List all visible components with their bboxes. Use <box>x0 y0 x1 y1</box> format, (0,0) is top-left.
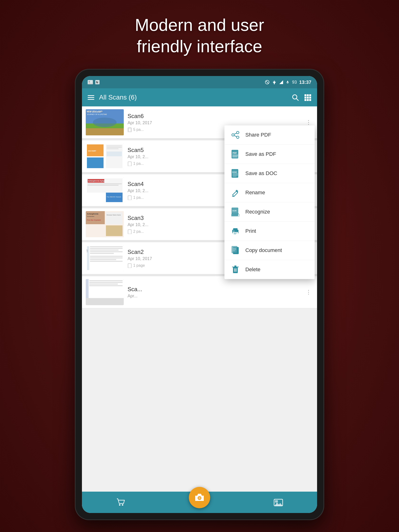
svg-point-79 <box>232 134 234 136</box>
scan-date-scan6: Apr 10, 2017 <box>127 120 300 125</box>
menu-item-delete[interactable]: Delete <box>224 260 315 279</box>
svg-rect-45 <box>88 183 122 184</box>
cart-icon <box>116 498 125 507</box>
delete-icon-wrap <box>230 264 241 275</box>
copy-doc-icon-wrap <box>230 245 241 256</box>
svg-rect-19 <box>309 97 311 99</box>
svg-text:Dinosaur Name Game: Dinosaur Name Game <box>107 214 121 216</box>
svg-rect-21 <box>307 99 309 101</box>
svg-rect-102 <box>233 228 238 230</box>
copy-icon <box>231 246 240 255</box>
svg-marker-11 <box>279 80 283 84</box>
save-pdf-label: Save as PDF <box>245 151 276 157</box>
svg-text:DOC: DOC <box>232 171 237 173</box>
delete-label: Delete <box>245 266 260 273</box>
thumb-nz-image: NEW ZEALAND JOURNEY OF A LIFETIME <box>86 109 124 135</box>
svg-rect-57 <box>106 225 123 236</box>
menu-item-rename[interactable]: Rename <box>224 183 315 202</box>
nav-gallery-button[interactable] <box>269 498 288 507</box>
nav-store-button[interactable] <box>111 498 130 507</box>
headline: Modern and user friendly interface <box>135 14 264 57</box>
pages-icon-scan3 <box>127 229 132 234</box>
camera-fab-button[interactable] <box>189 487 210 508</box>
svg-rect-63 <box>90 250 119 251</box>
svg-text:The UNEVOC Network: The UNEVOC Network <box>107 196 121 198</box>
scan-info-scan1: Sca... Apr... <box>127 286 300 298</box>
grid-button[interactable] <box>304 94 311 101</box>
svg-rect-37 <box>107 148 119 149</box>
print-icon-wrap <box>230 226 241 236</box>
context-menu[interactable]: Share PDF PDF <box>224 125 315 279</box>
svg-rect-69 <box>90 261 123 262</box>
pages-icon-scan5 <box>127 161 132 166</box>
headline-line2: friendly interface <box>137 37 262 56</box>
share-pdf-label: Share PDF <box>245 132 271 138</box>
svg-rect-115 <box>234 266 236 267</box>
scan-name-scan1: Sca... <box>127 286 300 293</box>
svg-text:N: N <box>96 81 98 84</box>
gallery-icon <box>274 498 283 507</box>
svg-point-1 <box>89 81 90 82</box>
svg-rect-33 <box>87 158 104 168</box>
menu-item-recognize[interactable]: OCR Recognize <box>224 202 315 222</box>
svg-point-28 <box>93 118 117 127</box>
svg-rect-76 <box>89 284 118 285</box>
pages-icon-scan2 <box>127 263 132 268</box>
menu-item-print[interactable]: Print <box>224 222 315 241</box>
svg-point-80 <box>237 136 239 139</box>
svg-rect-35 <box>107 146 122 146</box>
svg-rect-67 <box>90 257 123 258</box>
svg-text:NEW ZEALAND: NEW ZEALAND <box>87 111 101 113</box>
print-label: Print <box>245 228 256 234</box>
scan-date-scan1: Apr... <box>127 294 300 298</box>
pdf-icon: PDF <box>231 149 240 159</box>
svg-rect-18 <box>307 97 309 99</box>
menu-item-save-pdf[interactable]: PDF Save as PDF <box>224 145 315 164</box>
svg-rect-64 <box>90 251 123 252</box>
scan-thumb-scan2: LIST <box>86 245 124 271</box>
status-time: 13:37 <box>299 80 311 85</box>
signal-icon <box>279 80 283 84</box>
svg-rect-74 <box>89 280 123 281</box>
menu-item-save-doc[interactable]: DOC Save as DOC <box>224 164 315 183</box>
airplane-icon <box>285 80 290 84</box>
svg-line-81 <box>234 133 237 134</box>
svg-line-13 <box>296 99 298 101</box>
svg-rect-46 <box>88 185 119 186</box>
svg-rect-124 <box>275 500 278 503</box>
status-right-icons: 93 13:37 <box>265 80 311 85</box>
svg-rect-16 <box>309 94 311 96</box>
scan-thumb-scan5: ICE MART <box>86 143 124 169</box>
svg-text:ICE MART: ICE MART <box>88 150 96 152</box>
svg-rect-14 <box>304 94 306 96</box>
svg-rect-75 <box>89 282 123 283</box>
search-button[interactable] <box>291 94 299 101</box>
pages-icon-scan6 <box>127 127 132 132</box>
svg-text:Symposium: Symposium <box>87 216 94 217</box>
recognize-label: Recognize <box>245 209 270 215</box>
svg-point-120 <box>122 504 123 506</box>
svg-rect-65 <box>90 253 114 254</box>
menu-button[interactable] <box>88 95 94 100</box>
svg-point-10 <box>274 83 275 84</box>
svg-rect-62 <box>90 248 123 249</box>
app-bar: All Scans (6) <box>82 88 317 106</box>
menu-item-copy-doc[interactable]: Copy document <box>224 241 315 260</box>
svg-rect-103 <box>233 232 238 235</box>
svg-rect-77 <box>89 285 123 286</box>
svg-text:Schizophrenia Symposium: Schizophrenia Symposium <box>88 180 109 182</box>
svg-point-78 <box>237 131 239 134</box>
svg-rect-36 <box>107 147 122 148</box>
tablet-device: N <box>75 69 324 520</box>
scan-item-scan1[interactable]: Sca... Apr... ⋮ <box>82 276 317 308</box>
svg-rect-30 <box>128 128 131 132</box>
bottom-nav <box>82 492 317 513</box>
save-doc-label: Save as DOC <box>245 170 277 177</box>
menu-item-share-pdf[interactable]: Share PDF <box>224 125 315 145</box>
svg-text:OCR: OCR <box>232 210 237 212</box>
print-icon <box>231 227 240 235</box>
scan-more-scan1[interactable]: ⋮ <box>304 287 313 297</box>
scan-thumb-scan6: NEW ZEALAND JOURNEY OF A LIFETIME <box>86 109 124 135</box>
rename-icon <box>231 188 240 197</box>
rename-icon-wrap <box>230 187 241 198</box>
